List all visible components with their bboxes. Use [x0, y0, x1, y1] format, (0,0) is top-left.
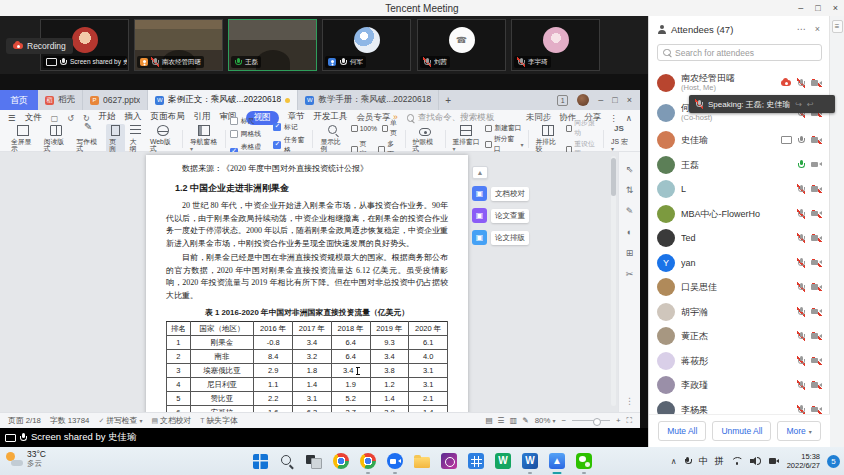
zoom-level[interactable]: 80%▾	[535, 416, 556, 425]
notification-badge[interactable]: 5	[827, 455, 840, 468]
taskbar-wechat-icon[interactable]	[575, 452, 593, 470]
zoom-slider[interactable]	[572, 420, 610, 421]
view-button[interactable]: 大纲	[127, 124, 145, 153]
strip-tool-icon-5[interactable]: ✂	[626, 269, 634, 279]
menu-item-插入[interactable]: 插入	[125, 111, 142, 125]
taskbar-tencent-meeting-icon[interactable]	[386, 452, 404, 470]
more-button[interactable]: More▾	[777, 421, 820, 441]
strip-tool-icon-0[interactable]: ⇖	[626, 164, 634, 174]
side-tool-文档校对[interactable]: ▣文档校对	[472, 186, 542, 201]
tray-mic-icon[interactable]	[684, 456, 692, 466]
weather-widget[interactable]: 33°C 多云	[6, 449, 46, 469]
taskbar-app-grid-icon[interactable]	[467, 452, 485, 470]
attendee-row[interactable]: 黄正杰	[649, 324, 830, 349]
attendee-row[interactable]: MBA中心-FlowerHo	[649, 202, 830, 227]
attendee-row[interactable]: 王磊	[649, 153, 830, 178]
zoom-option[interactable]: 单页	[382, 118, 401, 138]
status-view-icon-0[interactable]: ▤	[485, 416, 492, 425]
attendee-search-input[interactable]: Search for attendees	[657, 44, 822, 61]
checkbox-标记[interactable]: 标记	[273, 122, 308, 132]
strip-more-icon[interactable]: ⋮	[625, 396, 634, 406]
view-button[interactable]: 阅读版式	[41, 124, 72, 153]
volume-icon[interactable]	[750, 456, 762, 466]
strip-tool-icon-2[interactable]: ✎	[626, 206, 634, 216]
status-view-icon-1[interactable]: ☰	[498, 416, 505, 425]
attendee-row[interactable]: 口吴思佳	[649, 275, 830, 300]
menu-item-开始[interactable]: 开始	[99, 111, 116, 125]
attendee-row[interactable]: Yyan	[649, 251, 830, 276]
strip-tool-icon-3[interactable]: ◐	[627, 227, 632, 237]
checkbox-标尺[interactable]: 标尺	[230, 116, 265, 126]
eye-protect-button[interactable]: 护眼模式	[410, 125, 441, 153]
document-tab[interactable]: W案例正文：乘风破...20220618	[148, 90, 298, 110]
attendee-row[interactable]: 李政瑾	[649, 373, 830, 398]
spell-check-button[interactable]: ✓拼写检查▾	[98, 415, 142, 426]
video-tile[interactable]: 李宇琦	[511, 19, 600, 71]
ime-mode[interactable]: 拼	[715, 455, 724, 468]
taskbar-wps-office-icon[interactable]: ▲	[548, 452, 566, 470]
wps-minimize-icon[interactable]: –	[598, 95, 603, 105]
new-tab-button[interactable]: +	[439, 90, 457, 110]
document-tab[interactable]: 稻稻壳	[38, 90, 83, 110]
side-by-side-button[interactable]: 并排比较	[533, 124, 564, 153]
ime-language[interactable]: 中	[699, 455, 708, 468]
menu-item-页面布局[interactable]: 页面布局	[151, 111, 185, 125]
document-page[interactable]: 数据来源：《2020 年度中国对外直接投资统计公报》 1.2 中国企业走进非洲刚…	[146, 155, 468, 412]
taskbar-wps-green-icon[interactable]: W	[494, 452, 512, 470]
fullscreen-icon[interactable]: ⛶	[627, 416, 632, 426]
taskbar-search-icon[interactable]	[278, 452, 296, 470]
collapse-ribbon-icon[interactable]: ∧	[626, 113, 632, 123]
video-tile[interactable]: 王磊	[228, 19, 317, 71]
wifi-icon[interactable]	[731, 457, 743, 466]
panel-menu-icon[interactable]: ≡	[832, 20, 843, 33]
attendee-row[interactable]: 李杨果	[649, 398, 830, 415]
wps-home-tab[interactable]: 首页	[0, 90, 38, 110]
save-icon[interactable]: ▢	[51, 114, 59, 123]
taskbar-file-explorer-icon[interactable]	[413, 452, 431, 470]
taskbar-photos-icon[interactable]	[440, 452, 458, 470]
window-count-icon[interactable]: 1	[557, 95, 568, 106]
unmute-all-button[interactable]: Unmute All	[712, 421, 771, 441]
close-panel-icon[interactable]: ×	[813, 24, 822, 34]
command-search[interactable]: 查找命令、搜索模板	[407, 112, 495, 124]
zoom-ratio-button[interactable]: 显示比例	[317, 124, 348, 153]
missing-font-button[interactable]: T缺失字体	[200, 415, 237, 426]
more-options-icon[interactable]: ⋯	[795, 24, 808, 34]
doc-proof-button[interactable]: ▤文档校对	[151, 415, 191, 426]
split-window-button[interactable]: 拆分窗口▾	[485, 134, 523, 154]
close-icon[interactable]: ×	[833, 3, 838, 13]
restore-icon[interactable]: □	[815, 3, 820, 13]
tray-expand-icon[interactable]: ∧	[671, 457, 677, 466]
document-tab[interactable]: P0627.pptx	[83, 90, 148, 110]
attendee-row[interactable]: 史佳瑜	[649, 128, 830, 153]
attendee-row[interactable]: L	[649, 177, 830, 202]
nav-pane-button[interactable]: 导航窗格▾	[187, 124, 221, 154]
user-avatar[interactable]	[577, 94, 589, 106]
undo-icon[interactable]: ↺	[67, 114, 74, 123]
file-menu-icon[interactable]: ☰	[8, 113, 16, 123]
view-button[interactable]: Web版式	[147, 124, 178, 153]
tray-camera-icon[interactable]	[769, 457, 780, 465]
menu-item-引用[interactable]: 引用	[194, 111, 211, 125]
view-button[interactable]: 全屏显示	[8, 124, 39, 153]
document-tab[interactable]: W教学手册：乘风破...20220618	[298, 90, 439, 110]
menu-file[interactable]: 文件	[25, 112, 42, 124]
status-view-icon-3[interactable]: ✎	[522, 416, 529, 425]
taskbar-browser-2-icon[interactable]	[359, 452, 377, 470]
sync-status[interactable]: 未同步	[526, 112, 552, 124]
strip-tool-icon-1[interactable]: ⇅	[626, 185, 634, 195]
taskbar-browser-1-icon[interactable]	[332, 452, 350, 470]
minimize-icon[interactable]: –	[798, 3, 803, 13]
mute-all-button[interactable]: Mute All	[658, 421, 706, 441]
menu-item-开发工具[interactable]: 开发工具	[314, 111, 348, 125]
overflow-icon[interactable]: ⋮	[609, 113, 618, 123]
attendee-row[interactable]: 南农经管田曙(Host, Me)	[649, 68, 830, 98]
attendee-row[interactable]: Ted	[649, 226, 830, 251]
js-macro-button[interactable]: JS 宏▾	[608, 124, 632, 154]
side-tool-论文排版[interactable]: ▣论文排版	[472, 230, 542, 245]
video-tile[interactable]: 何军	[322, 19, 411, 71]
view-button[interactable]: 页面	[106, 124, 124, 153]
status-view-icon-2[interactable]: ▥	[510, 416, 517, 425]
clock[interactable]: 15:38 2022/6/27	[787, 452, 820, 470]
collapse-tools-icon[interactable]: ▲	[472, 166, 488, 179]
